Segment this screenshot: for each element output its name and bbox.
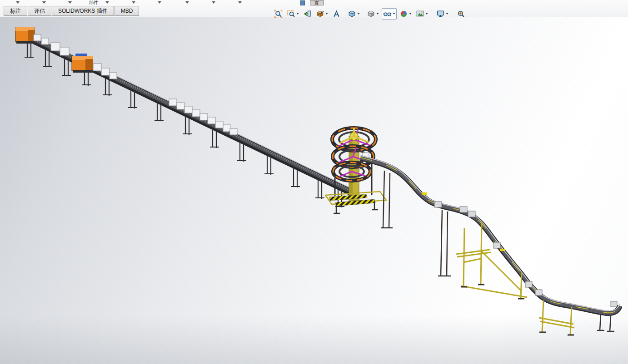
command-manager-tabs: 标注 评估 SOLIDWORKS 插件 MBD: [4, 6, 140, 17]
section-view-button[interactable]: [314, 8, 329, 20]
spiral-elevator[interactable]: [325, 128, 386, 213]
dropdown-arrow-icon[interactable]: [325, 13, 328, 15]
spiral-ring-bottom: [333, 162, 370, 181]
display-style-icon: [367, 10, 375, 18]
ribbon-dropdown-arrow[interactable]: [158, 1, 161, 4]
ribbon-dropdown-arrow[interactable]: [42, 1, 46, 4]
ribbon-group-label: 部件: [89, 0, 98, 5]
zoom-to-area-icon: [287, 10, 295, 18]
tab-solidworks-addins[interactable]: SOLIDWORKS 插件: [52, 6, 114, 16]
tab-evaluate[interactable]: 评估: [28, 6, 51, 16]
hide-show-items-button[interactable]: [382, 8, 397, 20]
previous-view-button[interactable]: [302, 8, 313, 20]
section-view-icon: [316, 10, 324, 18]
hide-show-items-icon: [383, 10, 392, 18]
zoom-to-fit-icon: [274, 10, 283, 18]
dropdown-arrow-icon[interactable]: [376, 13, 379, 15]
ribbon-strip-clipped: 部件 直: [0, 0, 628, 6]
ribbon-dropdown-arrow[interactable]: [16, 1, 20, 4]
dropdown-arrow-icon[interactable]: [296, 13, 299, 15]
ribbon-dropdown-arrow[interactable]: [212, 1, 215, 4]
display-style-button[interactable]: [365, 8, 380, 20]
view-orientation-button[interactable]: [346, 8, 361, 20]
ribbon-dropdown-arrow[interactable]: [68, 1, 72, 4]
view-settings-button[interactable]: [435, 8, 450, 20]
edit-appearance-icon: [399, 10, 408, 18]
ribbon-pressed-button[interactable]: 直: [310, 0, 324, 5]
tab-annotations[interactable]: 标注: [4, 6, 27, 16]
apply-scene-icon: [416, 10, 424, 18]
previous-view-icon: [303, 10, 312, 18]
dropdown-arrow-icon[interactable]: [393, 13, 395, 15]
ribbon-dropdown-arrow[interactable]: [105, 1, 109, 4]
infeed-machine-1[interactable]: [15, 27, 35, 44]
dynamic-annotation-views-icon: [332, 10, 341, 18]
ribbon-dropdown-arrow[interactable]: [132, 1, 135, 4]
cartons-mid-conveyor[interactable]: [169, 99, 237, 135]
zoom-to-fit-button[interactable]: [273, 8, 284, 20]
tab-mbd[interactable]: MBD: [115, 6, 140, 16]
dropdown-arrow-icon[interactable]: [425, 13, 428, 15]
ribbon-mini-icon[interactable]: [300, 0, 305, 5]
outfeed-conveyor[interactable]: [360, 156, 620, 313]
ribbon-dropdown-arrow[interactable]: [185, 1, 189, 4]
view-settings-icon: [436, 10, 445, 18]
3d-model-canvas[interactable]: [0, 0, 628, 364]
apply-scene-button[interactable]: [414, 8, 429, 20]
dynamic-annotation-views-button[interactable]: [331, 8, 342, 20]
dropdown-arrow-icon[interactable]: [357, 13, 360, 15]
magnified-selection-button[interactable]: [455, 8, 467, 20]
edit-appearance-button[interactable]: [398, 8, 413, 20]
dropdown-arrow-icon[interactable]: [409, 13, 412, 15]
solidworks-window: { "ribbon": { "clipped_label": "部件", "pr…: [0, 0, 628, 364]
cartons-outfeed[interactable]: [434, 202, 617, 307]
infeed-machine-2[interactable]: [72, 54, 93, 73]
zoom-to-area-button[interactable]: [285, 8, 300, 20]
dropdown-arrow-icon[interactable]: [446, 13, 449, 15]
heads-up-view-toolbar: [273, 7, 467, 20]
view-orientation-icon: [348, 10, 356, 18]
ribbon-dropdown-arrow[interactable]: [238, 1, 242, 4]
magnified-selection-icon: [457, 10, 465, 18]
